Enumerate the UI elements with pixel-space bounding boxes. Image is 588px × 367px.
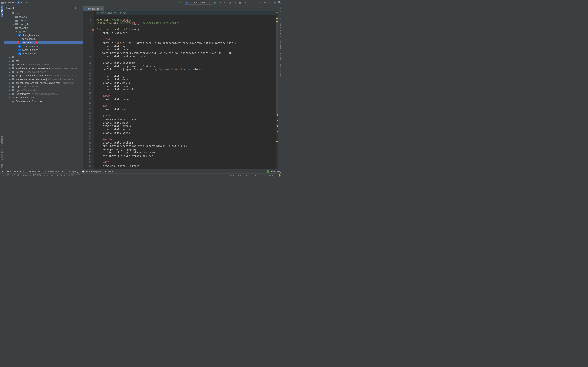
status-git-branch[interactable]: Git: master ⌄	[263, 174, 276, 176]
status-line-separator[interactable]: LF ⌄	[245, 174, 250, 176]
tool-window-event-log[interactable]: Event Log	[271, 170, 281, 173]
code-line[interactable]	[96, 58, 278, 61]
breadcrumb-item[interactable]: >_ init_mac.sh	[17, 1, 32, 4]
code-line[interactable]: #!/usr/bin/env bash	[96, 11, 278, 15]
gutter-line[interactable]: 46	[83, 161, 94, 164]
code-line[interactable]: brew install wget	[96, 45, 278, 48]
code-line[interactable]	[96, 71, 278, 75]
tree-node[interactable]: ▶⬍External Libraries	[4, 96, 83, 100]
chevron-right-icon[interactable]: ▶	[9, 93, 11, 95]
gutter-line[interactable]: 2	[83, 15, 94, 18]
code-line[interactable]: brew install python3	[96, 141, 278, 144]
gutter-line[interactable]: 29	[83, 104, 94, 108]
gutter-line[interactable]: 17	[83, 65, 94, 68]
gutter-line[interactable]: 12	[83, 48, 94, 51]
code-line[interactable]: curl https://bootstrap.pypa.io/get-pip.p…	[96, 144, 278, 148]
code-line[interactable]: brew install node	[96, 98, 278, 101]
warning-marker[interactable]	[276, 21, 278, 22]
gear-icon[interactable]: ✱	[75, 7, 77, 9]
code-line[interactable]: brew install gradle	[96, 124, 278, 128]
gutter-line[interactable]: 3	[83, 18, 94, 21]
debug-button[interactable]: ✱	[219, 1, 222, 4]
gutter-line[interactable]: 16	[83, 61, 94, 64]
tree-node[interactable]: ▶hosts	[4, 30, 83, 33]
chevron-right-icon[interactable]: ▶	[9, 71, 11, 73]
editor-error-stripe[interactable]	[276, 11, 278, 169]
gutter-line[interactable]: 18	[83, 68, 94, 71]
gutter-line[interactable]: 5	[83, 25, 94, 28]
gutter-line[interactable]: 1	[83, 11, 94, 15]
chevron-right-icon[interactable]: ▶	[12, 16, 14, 18]
revert-icon[interactable]: ↺	[268, 1, 271, 4]
tree-node[interactable]: ▶image.verify [image-verify-api] ~/Code/…	[4, 74, 83, 77]
tool-window-ant[interactable]: Ant Build	[279, 5, 282, 17]
tool-window-maven[interactable]: m	[279, 17, 282, 21]
code-line[interactable]: brew install maven	[96, 121, 278, 124]
tool-window-statistic[interactable]: ◐ Statistic	[105, 170, 116, 173]
code-line[interactable]	[96, 91, 278, 94]
code-line[interactable]: pip install aliyun-python-sdk-core	[96, 151, 278, 154]
code-line[interactable]: brew install autojump	[96, 61, 278, 64]
chevron-right-icon[interactable]: ▶	[9, 60, 11, 62]
collapse-icon[interactable]: ⇆	[70, 7, 72, 9]
code-line[interactable]: pip install aliyun-python-sdk-ecs	[96, 154, 278, 158]
coverage-button[interactable]: ⊙	[224, 1, 227, 4]
chevron-right-icon[interactable]: ▶	[9, 82, 11, 84]
tool-window-terminal[interactable]: ▣ Terminal	[29, 170, 40, 173]
chevron-right-icon[interactable]: ▶	[9, 78, 11, 80]
gutter-line[interactable]: 9	[83, 38, 94, 41]
vcs-commit-icon[interactable]: ✓	[258, 1, 261, 4]
chevron-right-icon[interactable]: ▶	[9, 57, 11, 58]
gutter-line[interactable]: 34	[83, 121, 94, 124]
profile-button[interactable]: ◔	[228, 1, 232, 4]
code-line[interactable]: brew install telnet	[96, 48, 278, 51]
gutter-line[interactable]: 8	[83, 35, 94, 38]
tool-window-run[interactable]: ▶ 4: Run	[2, 170, 11, 173]
lock-icon[interactable]: 🔒	[278, 174, 281, 176]
tool-window-project[interactable]: 1: Project	[1, 5, 3, 17]
status-position[interactable]: 1:20	[238, 174, 242, 176]
gutter-line[interactable]: 25	[83, 91, 94, 94]
tool-window-structure[interactable]: 7: Structure	[1, 134, 3, 148]
code-line[interactable]	[96, 35, 278, 38]
gutter-line[interactable]: 43	[83, 151, 94, 154]
close-icon[interactable]: ×	[101, 8, 103, 10]
rerun-button[interactable]: ⟳	[243, 1, 246, 4]
gutter-line[interactable]: 23	[83, 85, 94, 88]
tree-node[interactable]: >_switch_hosts.sh	[4, 52, 83, 55]
tree-node[interactable]: >_meta_verify.sh	[4, 44, 83, 48]
code-line[interactable]: curl https://j.mp/spf13-vim3 -L > spf13-…	[96, 68, 278, 71]
tree-node[interactable]: ▤cool.shell.iml	[4, 37, 83, 41]
status-encoding[interactable]: UTF-8 ⌄	[252, 174, 260, 176]
code-line[interactable]	[96, 134, 278, 138]
project-panel-title[interactable]: Project ▼	[6, 7, 17, 9]
code-line[interactable]: function install_software(){	[96, 28, 278, 31]
code-line[interactable]: brew install kubectl	[96, 88, 278, 91]
gutter-line[interactable]: 7	[83, 31, 94, 35]
code-line[interactable]: ConfigFilePath="/Users/$USER/Documents/m…	[96, 21, 278, 25]
run-config-dropdown[interactable]: >_ clean_branch2.sh ▼	[184, 1, 212, 5]
gutter-line[interactable]: 40	[83, 141, 94, 144]
tree-node[interactable]: >_clean_branch.sh	[4, 33, 83, 37]
editor-tab[interactable]: >_ init_mac.sh ×	[83, 6, 104, 11]
gutter-line[interactable]: 33	[83, 118, 94, 121]
tool-window-sciview[interactable]: SciView	[279, 51, 282, 61]
project-tree[interactable]: ▼cool▶cool.go▶cool.java▶cool.python▼cool…	[4, 11, 83, 169]
chevron-right-icon[interactable]: ▶	[12, 24, 14, 25]
tree-node[interactable]: ◎Scratches and Consoles	[4, 100, 83, 103]
code-line[interactable]: brew install jetty	[96, 128, 278, 131]
tool-window-vcs[interactable]: ⎇ 9: Version Control	[44, 170, 65, 173]
tree-node[interactable]: ▶EcTest ~/Code/work/EcTest	[4, 70, 83, 74]
gutter-line[interactable]: 28	[83, 101, 94, 104]
editor-gutter[interactable]: 1234567891011121314151617181920212223242…	[83, 11, 94, 169]
code-line[interactable]	[96, 111, 278, 114]
chevron-right-icon[interactable]: ▶	[9, 86, 11, 88]
code-line[interactable]	[96, 25, 278, 28]
gutter-line[interactable]: 13	[83, 51, 94, 55]
tree-node[interactable]: ▶regionmaster ~/Code/work/regionmaster	[4, 92, 83, 96]
chevron-down-icon[interactable]: ▼	[12, 27, 14, 29]
gutter-line[interactable]: 19	[83, 71, 94, 75]
tool-window-favorites[interactable]: 2: Favorites	[1, 148, 3, 162]
gutter-line[interactable]: 32	[83, 114, 94, 118]
warning-marker[interactable]	[276, 142, 278, 142]
